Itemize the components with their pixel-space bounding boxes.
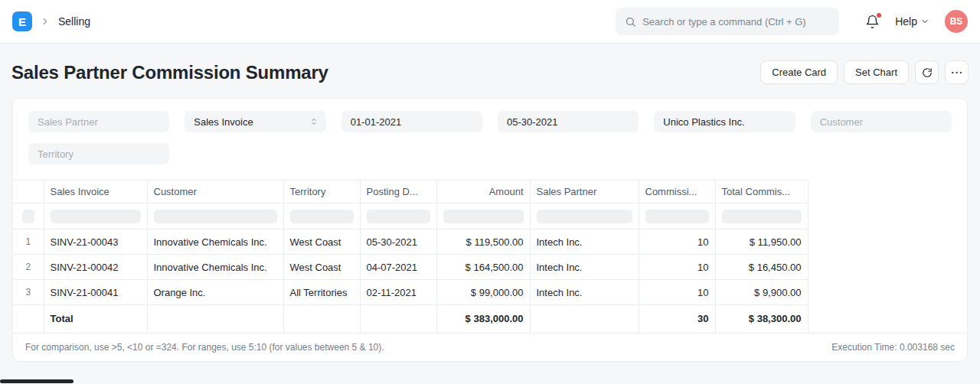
total-row: Total $ 383,000.00 30 $ 38,300.00 <box>13 305 808 333</box>
column-filter-sales-partner[interactable] <box>537 210 632 223</box>
header-amount[interactable]: Amount <box>436 181 530 203</box>
cell-total-commission[interactable]: $ 9,900.00 <box>715 280 808 305</box>
cell-territory[interactable]: West Coast <box>283 255 360 280</box>
app-logo[interactable]: E <box>12 11 32 31</box>
cell-sales-invoice[interactable]: SINV-21-00043 <box>44 229 147 255</box>
refresh-button[interactable] <box>915 60 939 84</box>
navbar-right: Help BS <box>865 10 968 33</box>
cell-sales-partner[interactable]: Intech Inc. <box>530 229 639 255</box>
filter-company[interactable] <box>654 111 795 132</box>
report-table: Sales Invoice Customer Territory Posting… <box>13 180 808 333</box>
cell-sales-invoice[interactable]: SINV-21-00041 <box>44 280 147 305</box>
cell-amount[interactable]: $ 164,500.00 <box>436 255 530 280</box>
column-filter-row <box>13 203 808 229</box>
cell-customer[interactable]: Innovative Chemicals Inc. <box>147 255 283 280</box>
execution-time: Execution Time: 0.003168 sec <box>831 342 955 353</box>
column-filter-sales-invoice[interactable] <box>51 210 141 223</box>
breadcrumb-chevron-icon <box>40 16 51 27</box>
breadcrumb-item-selling[interactable]: Selling <box>58 15 90 28</box>
cell-amount[interactable]: $ 119,500.00 <box>436 229 530 255</box>
chevron-down-icon <box>920 17 929 26</box>
total-row-number-cell <box>13 305 44 333</box>
column-filter-total-commission[interactable] <box>722 210 802 223</box>
report-card: Sales Invoice Sales Invoice Customer Ter… <box>12 98 968 362</box>
column-filter-posting-date[interactable] <box>367 210 430 223</box>
total-label: Total <box>44 305 147 333</box>
cell-customer[interactable]: Innovative Chemicals Inc. <box>147 229 283 255</box>
page-actions: Create Card Set Chart ⋯ <box>760 60 969 84</box>
create-card-button[interactable]: Create Card <box>760 60 838 84</box>
notification-indicator <box>877 13 881 18</box>
ellipsis-icon: ⋯ <box>951 67 963 79</box>
page-title: Sales Partner Commission Summary <box>11 62 328 83</box>
total-amount: $ 383,000.00 <box>436 305 530 333</box>
table-row: 2 SINV-21-00042 Innovative Chemicals Inc… <box>13 255 808 280</box>
cell-territory[interactable]: All Territories <box>283 280 360 305</box>
column-filter-customer[interactable] <box>154 210 277 223</box>
cell-territory[interactable]: West Coast <box>283 229 360 255</box>
select-all-filter-box[interactable] <box>22 210 34 223</box>
help-menu-button[interactable]: Help <box>895 15 929 28</box>
search-icon <box>625 16 636 28</box>
header-sales-partner[interactable]: Sales Partner <box>530 181 639 203</box>
cell-total-commission[interactable]: $ 11,950.00 <box>715 229 808 255</box>
report-footer: For comparison, use >5, <10 or =324. For… <box>13 333 967 361</box>
refresh-icon <box>922 67 933 78</box>
cell-commission[interactable]: 10 <box>639 229 715 255</box>
column-filter-amount[interactable] <box>443 210 524 223</box>
cell-sales-partner[interactable]: Intech Inc. <box>530 280 639 305</box>
filter-to-date[interactable] <box>498 111 639 132</box>
set-chart-button[interactable]: Set Chart <box>844 60 909 84</box>
cell-posting-date[interactable]: 05-30-2021 <box>360 229 436 255</box>
header-customer[interactable]: Customer <box>147 181 283 203</box>
avatar-initials: BS <box>950 16 963 27</box>
report-filters: Sales Invoice <box>13 99 967 180</box>
filter-doctype-select[interactable]: Sales Invoice <box>185 111 325 132</box>
table-row: 1 SINV-21-00043 Innovative Chemicals Inc… <box>13 229 808 255</box>
cell-sales-partner[interactable]: Intech Inc. <box>530 255 639 280</box>
global-search[interactable] <box>616 8 839 35</box>
total-total-commission: $ 38,300.00 <box>715 305 808 333</box>
horizontal-scrollbar-thumb[interactable] <box>0 379 74 383</box>
table-header-row: Sales Invoice Customer Territory Posting… <box>13 181 808 203</box>
help-menu-label: Help <box>895 15 917 28</box>
total-commission: 30 <box>639 305 715 333</box>
header-commission[interactable]: Commissi... <box>639 181 715 203</box>
chevron-up-down-icon <box>309 117 318 126</box>
app-logo-letter: E <box>18 15 26 28</box>
table-row: 3 SINV-21-00041 Orange Inc. All Territor… <box>13 280 808 305</box>
breadcrumb: E Selling <box>12 11 90 31</box>
header-territory[interactable]: Territory <box>283 181 360 203</box>
column-filter-commission[interactable] <box>645 210 709 223</box>
filter-hint-text: For comparison, use >5, <10 or =324. For… <box>25 342 384 353</box>
row-number[interactable]: 3 <box>13 280 44 305</box>
top-navbar: E Selling Help BS <box>0 0 980 44</box>
cell-customer[interactable]: Orange Inc. <box>147 280 283 305</box>
row-number[interactable]: 1 <box>13 229 44 255</box>
page-header: Sales Partner Commission Summary Create … <box>0 44 980 84</box>
cell-sales-invoice[interactable]: SINV-21-00042 <box>44 255 147 280</box>
notifications-button[interactable] <box>865 15 880 29</box>
cell-commission[interactable]: 10 <box>639 255 715 280</box>
filter-doctype-value: Sales Invoice <box>194 116 253 128</box>
cell-amount[interactable]: $ 99,000.00 <box>436 280 530 305</box>
filter-from-date[interactable] <box>341 111 482 132</box>
more-options-button[interactable]: ⋯ <box>945 60 969 84</box>
row-number-header <box>13 181 44 203</box>
header-sales-invoice[interactable]: Sales Invoice <box>44 181 147 203</box>
filter-customer[interactable] <box>811 111 952 132</box>
header-total-commission[interactable]: Total Commis... <box>715 181 808 203</box>
column-filter-territory[interactable] <box>290 210 354 223</box>
cell-posting-date[interactable]: 02-11-2021 <box>360 280 436 305</box>
header-posting-date[interactable]: Posting D... <box>360 181 436 203</box>
filter-sales-partner[interactable] <box>28 111 169 132</box>
cell-posting-date[interactable]: 04-07-2021 <box>360 255 436 280</box>
filter-territory[interactable] <box>28 143 169 164</box>
row-number[interactable]: 2 <box>13 255 44 280</box>
cell-total-commission[interactable]: $ 16,450.00 <box>715 255 808 280</box>
search-input[interactable] <box>642 16 830 28</box>
cell-commission[interactable]: 10 <box>639 280 715 305</box>
user-avatar[interactable]: BS <box>945 10 968 33</box>
